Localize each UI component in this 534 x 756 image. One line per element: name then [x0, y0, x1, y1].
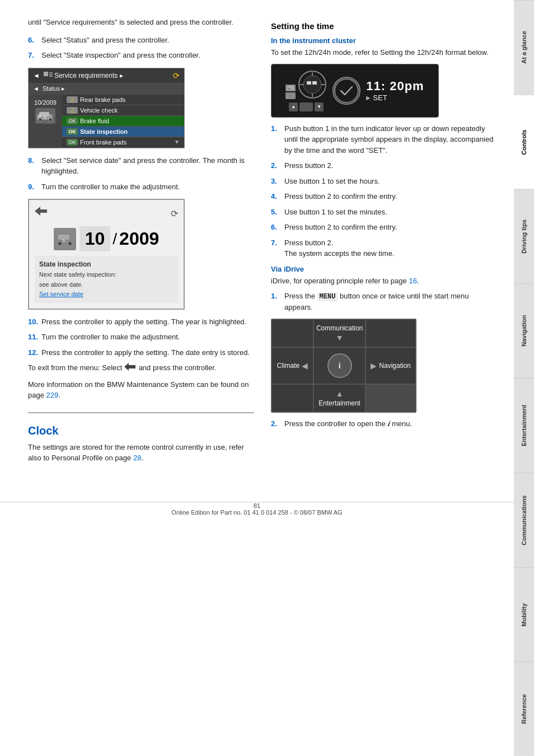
cluster-small-btns: m [285, 85, 296, 99]
svg-text:m: m [288, 87, 291, 90]
step-num-7: 7. [28, 50, 38, 61]
idrive-entertainment-label: Entertainment [318, 399, 360, 407]
ctrl-3: ▼ [315, 102, 324, 111]
cluster-step-7-extra: The system accepts the new time. [284, 249, 395, 258]
refresh-icon-date: ⟳ [171, 208, 178, 219]
cluster-step-text-6: Press button 2 to confirm the entry. [284, 222, 497, 233]
via-idrive-period: . [417, 277, 419, 285]
footer: 81 Online Edition for Part no. 01 41 0 0… [0, 502, 514, 527]
sidebar-tab-at-a-glance[interactable]: At a glance [514, 0, 534, 95]
date-slash: / [110, 230, 119, 248]
svc-date: 10/2009 [34, 99, 57, 106]
svc-row-text-5: Front brake pads [80, 139, 127, 146]
step-num-9: 9. [28, 181, 38, 193]
svc-row-text-4: State inspection [80, 128, 128, 135]
maintenance-page-link[interactable]: 229 [46, 391, 59, 399]
menu-label: MENU [317, 292, 338, 301]
sidebar: At a glance Controls Driving tips Naviga… [514, 0, 534, 756]
instrument-cluster-body: To set the 12h/24h mode, refer to Settin… [271, 47, 497, 58]
scroll-indicator: ▼ [174, 139, 180, 145]
svg-point-15 [68, 241, 72, 245]
step-text-12: Press the controller to apply the settin… [41, 347, 254, 358]
exit-text: To exit from the menu: Select and press … [28, 362, 254, 375]
cluster-step-7: 7. Press button 2. The system accepts th… [271, 237, 497, 259]
idrive-empty-top-right [366, 319, 416, 347]
ctrl-1: ▲ [289, 102, 298, 111]
step-text-10: Press the controller to apply the settin… [41, 316, 254, 328]
svc-row-2: △ Vehicle check [62, 105, 184, 116]
date-info-line3[interactable]: Set service date [39, 290, 174, 300]
cluster-step-1: 1. Push button 1 in the turn indicator l… [271, 123, 497, 156]
date-year: 2009 [119, 228, 159, 249]
via-idrive-page-link[interactable]: 16 [409, 277, 416, 285]
idrive-grid: Communication ▼ Climate ◀ i ▶ Navigation [271, 319, 416, 412]
idrive-step-num-2: 2. [271, 418, 281, 430]
step-num-12: 12. [28, 347, 38, 358]
set-label: SET [373, 94, 387, 102]
idrive-step-text-2: Press the controller to open the 𝑖 menu. [284, 418, 497, 430]
svg-point-29 [335, 79, 358, 102]
idrive-step-1: 1. Press the MENU button once or twice u… [271, 291, 497, 313]
svg-point-14 [58, 241, 62, 245]
clock-page-link[interactable]: 28 [133, 454, 141, 462]
clock-body: The settings are stored for the remote c… [28, 442, 254, 464]
svg-rect-27 [307, 81, 311, 85]
sidebar-tab-reference[interactable]: Reference [514, 661, 534, 756]
svc-row-text-1: Rear brake pads [80, 96, 125, 103]
cluster-step-num-4: 4. [271, 191, 281, 202]
idrive-center-button[interactable]: i [327, 353, 352, 378]
sidebar-tab-controls[interactable]: Controls [514, 95, 534, 189]
cluster-step-text-2: Press button 2. [284, 160, 497, 171]
svg-rect-28 [312, 81, 317, 85]
clock-heading: Clock [28, 424, 254, 437]
svg-point-7 [49, 118, 52, 122]
step-9: 9. Turn the controller to make the adjus… [28, 181, 254, 193]
cluster-step-2: 2. Press button 2. [271, 160, 497, 171]
time-display: 11: 20pm [366, 79, 424, 94]
svg-rect-11 [43, 209, 47, 213]
step-7: 7. Select "State inspection" and press t… [28, 50, 254, 61]
sidebar-tab-mobility[interactable]: Mobility [514, 567, 534, 662]
svg-rect-18 [131, 365, 135, 368]
step-10: 10. Press the controller to apply the se… [28, 316, 254, 328]
svc-row-3: OK Brake fluid [62, 116, 184, 127]
svc-car-icon: S [35, 108, 55, 124]
idrive-right-arrow: ▶ [371, 361, 377, 370]
btn-top: m [285, 85, 296, 91]
copyright-text: Online Edition for Part no. 01 41 0 014 … [28, 509, 486, 516]
svc-row-5: OK Front brake pads ▼ [62, 137, 184, 148]
cluster-step-6: 6. Press button 2 to confirm the entry. [271, 222, 497, 233]
section-divider [28, 412, 254, 413]
clock-period: . [141, 454, 143, 462]
step-num-6: 6. [28, 35, 38, 46]
via-idrive-body: iDrive, for operating principle refer to… [271, 276, 497, 287]
sidebar-tab-driving-tips[interactable]: Driving tips [514, 189, 534, 284]
badge-ok-4: OK [67, 128, 78, 135]
svg-point-6 [39, 118, 42, 122]
exit-suffix: and press the controller. [139, 364, 217, 372]
idrive-top-center: Communication ▼ [313, 319, 366, 347]
step-text-6: Select "Status" and press the controller… [41, 35, 254, 46]
cluster-step-num-7: 7. [271, 237, 281, 259]
svg-point-22 [303, 76, 321, 94]
date-info-title: State inspection [39, 259, 174, 270]
sidebar-tab-entertainment[interactable]: Entertainment [514, 378, 534, 473]
idrive-climate-label: Climate [277, 362, 300, 370]
idrive-step-text-1: Press the MENU button once or twice unti… [284, 291, 497, 313]
step-text-8: Select "Set service date" and press the … [41, 155, 254, 177]
svc-row-text-2: Vehicle check [80, 107, 118, 114]
cluster-step-text-4: Press button 2 to confirm the entry. [284, 191, 497, 202]
date-top-bar: ⟳ [35, 206, 178, 222]
date-info-panel: State inspection Next state safety inspe… [35, 256, 178, 303]
back-icon [35, 206, 48, 219]
badge-warn-2: △ [67, 107, 78, 114]
sidebar-tab-communications[interactable]: Communications [514, 473, 534, 567]
idrive-navigation-cell: ▶ Navigation [366, 347, 416, 384]
idrive-navigation-label: Navigation [379, 362, 411, 370]
sidebar-tab-navigation[interactable]: Navigation [514, 283, 534, 378]
svg-rect-8 [38, 115, 41, 118]
badge-warn-1: △ [67, 96, 78, 103]
set-display: ▶ SET [366, 94, 424, 102]
maintenance-text: More information on the BMW Maintenance … [28, 379, 254, 401]
ctrl-2 [299, 102, 313, 111]
